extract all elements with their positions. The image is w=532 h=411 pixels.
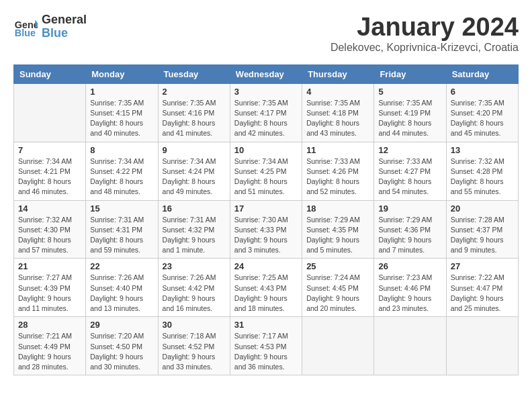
day-info: Sunrise: 7:35 AMSunset: 4:19 PMDaylight:…	[378, 98, 441, 139]
day-number: 16	[163, 203, 226, 214]
calendar-day-cell: 12Sunrise: 7:33 AMSunset: 4:27 PMDayligh…	[374, 142, 446, 200]
day-number: 12	[378, 145, 441, 155]
day-info: Sunrise: 7:34 AMSunset: 4:25 PMDaylight:…	[234, 156, 298, 197]
day-info: Sunrise: 7:32 AMSunset: 4:28 PMDaylight:…	[451, 156, 514, 197]
weekday-header-saturday: Saturday	[446, 64, 518, 83]
day-number: 28	[18, 320, 81, 330]
day-number: 15	[90, 203, 153, 214]
day-info: Sunrise: 7:23 AMSunset: 4:46 PMDaylight:…	[378, 273, 441, 314]
day-info: Sunrise: 7:27 AMSunset: 4:39 PMDaylight:…	[18, 273, 81, 314]
month-title: January 2024	[330, 13, 519, 42]
calendar-day-cell: 28Sunrise: 7:21 AMSunset: 4:49 PMDayligh…	[14, 317, 86, 375]
calendar-day-cell: 17Sunrise: 7:30 AMSunset: 4:33 PMDayligh…	[230, 200, 302, 259]
day-info: Sunrise: 7:22 AMSunset: 4:47 PMDaylight:…	[451, 273, 514, 314]
day-number: 11	[306, 145, 369, 155]
page-header: General Blue General Blue January 2024 D…	[13, 13, 519, 54]
day-info: Sunrise: 7:18 AMSunset: 4:52 PMDaylight:…	[163, 331, 226, 372]
day-info: Sunrise: 7:30 AMSunset: 4:33 PMDaylight:…	[234, 215, 298, 256]
calendar-day-cell: 1Sunrise: 7:35 AMSunset: 4:15 PMDaylight…	[86, 83, 158, 142]
day-info: Sunrise: 7:35 AMSunset: 4:18 PMDaylight:…	[306, 98, 369, 139]
day-number: 6	[451, 87, 514, 97]
calendar-day-cell: 26Sunrise: 7:23 AMSunset: 4:46 PMDayligh…	[374, 259, 446, 317]
day-info: Sunrise: 7:33 AMSunset: 4:26 PMDaylight:…	[306, 156, 369, 197]
day-info: Sunrise: 7:25 AMSunset: 4:43 PMDaylight:…	[234, 273, 298, 314]
day-number: 4	[306, 87, 369, 97]
day-info: Sunrise: 7:29 AMSunset: 4:36 PMDaylight:…	[378, 215, 441, 256]
day-number: 30	[163, 320, 226, 330]
day-info: Sunrise: 7:35 AMSunset: 4:16 PMDaylight:…	[163, 98, 226, 139]
day-number: 5	[378, 87, 441, 97]
day-info: Sunrise: 7:28 AMSunset: 4:37 PMDaylight:…	[451, 215, 514, 256]
day-info: Sunrise: 7:33 AMSunset: 4:27 PMDaylight:…	[378, 156, 441, 197]
calendar-day-cell: 22Sunrise: 7:26 AMSunset: 4:40 PMDayligh…	[86, 259, 158, 317]
calendar-day-cell: 3Sunrise: 7:35 AMSunset: 4:17 PMDaylight…	[230, 83, 302, 142]
calendar-day-cell: 13Sunrise: 7:32 AMSunset: 4:28 PMDayligh…	[446, 142, 518, 200]
calendar-week-row: 14Sunrise: 7:32 AMSunset: 4:30 PMDayligh…	[14, 200, 519, 259]
calendar-day-cell: 23Sunrise: 7:26 AMSunset: 4:42 PMDayligh…	[158, 259, 230, 317]
day-info: Sunrise: 7:35 AMSunset: 4:15 PMDaylight:…	[90, 98, 153, 139]
title-area: January 2024 Delekovec, Koprivnica-Krize…	[330, 13, 519, 54]
day-number: 29	[90, 320, 153, 330]
day-number: 26	[378, 261, 441, 271]
calendar-day-cell: 25Sunrise: 7:24 AMSunset: 4:45 PMDayligh…	[302, 259, 374, 317]
day-info: Sunrise: 7:26 AMSunset: 4:42 PMDaylight:…	[163, 273, 226, 314]
calendar-day-cell	[446, 317, 518, 375]
calendar-day-cell: 7Sunrise: 7:34 AMSunset: 4:21 PMDaylight…	[14, 142, 86, 200]
day-info: Sunrise: 7:31 AMSunset: 4:32 PMDaylight:…	[163, 215, 226, 256]
day-info: Sunrise: 7:29 AMSunset: 4:35 PMDaylight:…	[306, 215, 369, 256]
day-number: 8	[90, 145, 153, 155]
logo-general-text: General	[42, 13, 87, 27]
location-subtitle: Delekovec, Koprivnica-Krizevci, Croatia	[330, 42, 519, 54]
calendar-day-cell: 29Sunrise: 7:20 AMSunset: 4:50 PMDayligh…	[86, 317, 158, 375]
day-info: Sunrise: 7:17 AMSunset: 4:53 PMDaylight:…	[234, 331, 298, 372]
weekday-header-monday: Monday	[86, 64, 158, 83]
day-number: 27	[451, 261, 514, 271]
day-number: 7	[18, 145, 81, 155]
day-info: Sunrise: 7:21 AMSunset: 4:49 PMDaylight:…	[18, 331, 81, 372]
day-number: 10	[234, 145, 298, 155]
calendar-day-cell: 31Sunrise: 7:17 AMSunset: 4:53 PMDayligh…	[230, 317, 302, 375]
calendar-day-cell: 27Sunrise: 7:22 AMSunset: 4:47 PMDayligh…	[446, 259, 518, 317]
day-number: 19	[378, 203, 441, 214]
weekday-header-thursday: Thursday	[302, 64, 374, 83]
calendar-day-cell: 14Sunrise: 7:32 AMSunset: 4:30 PMDayligh…	[14, 200, 86, 259]
weekday-header-friday: Friday	[374, 64, 446, 83]
weekday-header-sunday: Sunday	[14, 64, 86, 83]
calendar-table: SundayMondayTuesdayWednesdayThursdayFrid…	[13, 64, 519, 375]
day-number: 2	[163, 87, 226, 97]
calendar-day-cell: 18Sunrise: 7:29 AMSunset: 4:35 PMDayligh…	[302, 200, 374, 259]
calendar-day-cell	[302, 317, 374, 375]
calendar-day-cell: 30Sunrise: 7:18 AMSunset: 4:52 PMDayligh…	[158, 317, 230, 375]
calendar-day-cell: 20Sunrise: 7:28 AMSunset: 4:37 PMDayligh…	[446, 200, 518, 259]
calendar-day-cell: 2Sunrise: 7:35 AMSunset: 4:16 PMDaylight…	[158, 83, 230, 142]
calendar-day-cell: 21Sunrise: 7:27 AMSunset: 4:39 PMDayligh…	[14, 259, 86, 317]
day-number: 24	[234, 261, 298, 271]
logo-icon: General Blue	[13, 15, 38, 39]
calendar-day-cell: 19Sunrise: 7:29 AMSunset: 4:36 PMDayligh…	[374, 200, 446, 259]
day-number: 31	[234, 320, 298, 330]
calendar-day-cell: 16Sunrise: 7:31 AMSunset: 4:32 PMDayligh…	[158, 200, 230, 259]
day-number: 21	[18, 261, 81, 271]
calendar-day-cell: 11Sunrise: 7:33 AMSunset: 4:26 PMDayligh…	[302, 142, 374, 200]
day-info: Sunrise: 7:32 AMSunset: 4:30 PMDaylight:…	[18, 215, 81, 256]
logo-blue-text: Blue	[42, 27, 87, 40]
day-number: 20	[451, 203, 514, 214]
day-number: 13	[451, 145, 514, 155]
calendar-week-row: 7Sunrise: 7:34 AMSunset: 4:21 PMDaylight…	[14, 142, 519, 200]
calendar-week-row: 1Sunrise: 7:35 AMSunset: 4:15 PMDaylight…	[14, 83, 519, 142]
calendar-day-cell	[14, 83, 86, 142]
weekday-header-row: SundayMondayTuesdayWednesdayThursdayFrid…	[14, 64, 519, 83]
logo: General Blue General Blue	[13, 13, 87, 40]
calendar-day-cell: 4Sunrise: 7:35 AMSunset: 4:18 PMDaylight…	[302, 83, 374, 142]
day-number: 22	[90, 261, 153, 271]
day-info: Sunrise: 7:35 AMSunset: 4:20 PMDaylight:…	[451, 98, 514, 139]
day-number: 18	[306, 203, 369, 214]
calendar-week-row: 28Sunrise: 7:21 AMSunset: 4:49 PMDayligh…	[14, 317, 519, 375]
day-info: Sunrise: 7:26 AMSunset: 4:40 PMDaylight:…	[90, 273, 153, 314]
day-info: Sunrise: 7:34 AMSunset: 4:21 PMDaylight:…	[18, 156, 81, 197]
calendar-day-cell: 8Sunrise: 7:34 AMSunset: 4:22 PMDaylight…	[86, 142, 158, 200]
calendar-day-cell: 24Sunrise: 7:25 AMSunset: 4:43 PMDayligh…	[230, 259, 302, 317]
day-number: 14	[18, 203, 81, 214]
day-info: Sunrise: 7:34 AMSunset: 4:24 PMDaylight:…	[163, 156, 226, 197]
day-info: Sunrise: 7:34 AMSunset: 4:22 PMDaylight:…	[90, 156, 153, 197]
